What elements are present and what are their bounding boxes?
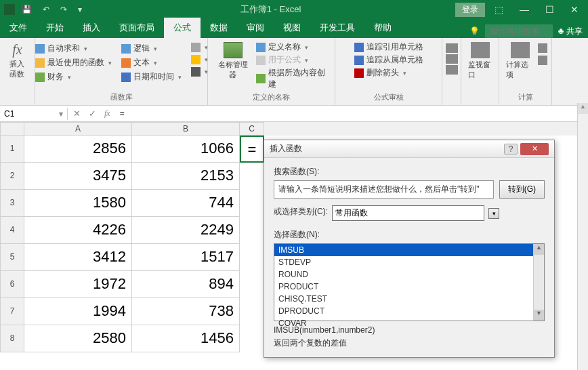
name-box[interactable]: C1 ▾: [0, 108, 68, 120]
tab-layout[interactable]: 页面布局: [110, 18, 164, 38]
cell[interactable]: 738: [132, 298, 240, 325]
col-header-C[interactable]: C: [240, 122, 264, 136]
cell[interactable]: 2856: [24, 136, 132, 163]
tab-view[interactable]: 视图: [274, 18, 310, 38]
tab-insert[interactable]: 插入: [73, 18, 110, 38]
cell[interactable]: 1066: [132, 136, 240, 163]
calc-options-button[interactable]: 计算选项: [503, 41, 537, 81]
select-all-corner[interactable]: [0, 122, 24, 136]
go-button[interactable]: 转到(G): [499, 180, 545, 199]
name-manager-button[interactable]: 名称管理器: [212, 41, 253, 81]
active-cell[interactable]: =: [240, 136, 264, 163]
cell[interactable]: 894: [132, 271, 240, 298]
tab-home[interactable]: 开始: [37, 18, 73, 38]
scroll-down-icon[interactable]: ▼: [534, 310, 544, 321]
chevron-down-icon[interactable]: ▾: [488, 208, 499, 219]
remove-arrows-button[interactable]: 删除箭头▾: [354, 66, 423, 79]
cell[interactable]: 1994: [24, 298, 132, 325]
tell-me-search[interactable]: [485, 24, 553, 38]
confirm-formula-button[interactable]: ✓: [89, 108, 96, 119]
cell[interactable]: 1456: [132, 325, 240, 352]
function-list-item[interactable]: ROUND: [274, 268, 544, 281]
evaluate-icon[interactable]: [446, 65, 458, 75]
lookup-button[interactable]: ▾: [188, 42, 211, 53]
row-header[interactable]: 4: [0, 217, 24, 244]
function-list-item[interactable]: IMSUB: [274, 244, 544, 256]
vertical-scrollbar[interactable]: ▲: [577, 103, 588, 370]
row-header[interactable]: 3: [0, 190, 24, 217]
financial-button[interactable]: 财务▾: [33, 70, 114, 83]
logical-button[interactable]: 逻辑▾: [119, 42, 184, 55]
cell[interactable]: 2580: [24, 325, 132, 352]
row-header[interactable]: 7: [0, 298, 24, 325]
redo-button[interactable]: ↷: [56, 3, 71, 16]
row-header[interactable]: 5: [0, 244, 24, 271]
col-header-B[interactable]: B: [132, 122, 240, 136]
ribbon-options-icon[interactable]: ⬚: [488, 1, 510, 18]
col-header-A[interactable]: A: [24, 122, 132, 136]
cell[interactable]: 2153: [132, 163, 240, 190]
show-formulas-icon[interactable]: [446, 43, 458, 53]
chevron-down-icon[interactable]: ▾: [59, 109, 63, 119]
tab-review[interactable]: 审阅: [237, 18, 274, 38]
insert-function-button[interactable]: fx 插入函数: [4, 41, 30, 81]
cell[interactable]: 2249: [132, 217, 240, 244]
autosum-button[interactable]: 自动求和▾: [33, 42, 114, 55]
recent-functions-button[interactable]: 最近使用的函数▾: [33, 56, 114, 69]
cell[interactable]: 1517: [132, 244, 240, 271]
row-header[interactable]: 6: [0, 271, 24, 298]
math-button[interactable]: ▾: [188, 54, 211, 65]
cell[interactable]: 3412: [24, 244, 132, 271]
dialog-help-button[interactable]: ?: [504, 144, 518, 155]
calc-sheet-icon[interactable]: [538, 56, 547, 65]
row-header[interactable]: 2: [0, 163, 24, 190]
scroll-up-icon[interactable]: ▲: [578, 103, 588, 114]
cell[interactable]: 1580: [24, 190, 132, 217]
define-name-button[interactable]: 定义名称▾: [256, 41, 331, 54]
search-function-input[interactable]: [274, 180, 494, 199]
cell[interactable]: 744: [132, 190, 240, 217]
formula-bar: C1 ▾ ✕ ✓ fx =: [0, 106, 588, 122]
function-list-item[interactable]: DPRODUCT: [274, 305, 544, 317]
maximize-button[interactable]: ☐: [539, 1, 561, 18]
qat-customize[interactable]: ▾: [74, 3, 86, 16]
cancel-formula-button[interactable]: ✕: [73, 108, 81, 119]
cell[interactable]: 1972: [24, 271, 132, 298]
formula-input[interactable]: =: [116, 108, 588, 120]
function-list-item[interactable]: CHISQ.TEST: [274, 293, 544, 305]
function-list-item[interactable]: STDEVP: [274, 256, 544, 268]
fx-label-icon[interactable]: fx: [104, 108, 110, 119]
tab-formula[interactable]: 公式: [164, 18, 201, 38]
function-list[interactable]: IMSUBSTDEVPROUNDPRODUCTCHISQ.TESTDPRODUC…: [274, 243, 545, 321]
tab-data[interactable]: 数据: [201, 18, 237, 38]
function-list-item[interactable]: COVAR: [274, 317, 544, 329]
text-button[interactable]: 文本▾: [119, 56, 184, 69]
tab-help[interactable]: 帮助: [364, 18, 401, 38]
datetime-button[interactable]: 日期和时间▾: [119, 70, 184, 83]
dialog-close-button[interactable]: ✕: [520, 143, 549, 155]
watch-window-button[interactable]: 监视窗口: [465, 41, 495, 81]
close-button[interactable]: ✕: [564, 1, 585, 18]
category-select[interactable]: 常用函数: [332, 205, 484, 221]
tab-file[interactable]: 文件: [0, 18, 37, 38]
trace-dependents-button[interactable]: 追踪从属单元格: [354, 54, 423, 66]
minimize-button[interactable]: —: [513, 1, 536, 18]
cell[interactable]: 4226: [24, 217, 132, 244]
save-button[interactable]: 💾: [18, 3, 36, 16]
cell[interactable]: 3475: [24, 163, 132, 190]
scroll-up-icon[interactable]: ▲: [534, 244, 544, 255]
calc-now-icon[interactable]: [538, 43, 547, 53]
share-button[interactable]: ♣ 共享: [558, 26, 583, 37]
use-in-formula-button[interactable]: 用于公式▾: [256, 54, 331, 66]
row-header[interactable]: 8: [0, 325, 24, 352]
login-button[interactable]: 登录: [455, 3, 485, 17]
row-header[interactable]: 1: [0, 136, 24, 163]
more-functions-button[interactable]: ▾: [188, 66, 211, 77]
function-list-item[interactable]: PRODUCT: [274, 281, 544, 293]
trace-precedents-button[interactable]: 追踪引用单元格: [354, 41, 423, 54]
undo-button[interactable]: ↶: [39, 3, 54, 16]
tab-dev[interactable]: 开发工具: [310, 18, 364, 38]
create-from-selection-button[interactable]: 根据所选内容创建: [256, 66, 331, 91]
list-scrollbar[interactable]: ▲ ▼: [533, 244, 544, 321]
error-check-icon[interactable]: [446, 54, 458, 64]
